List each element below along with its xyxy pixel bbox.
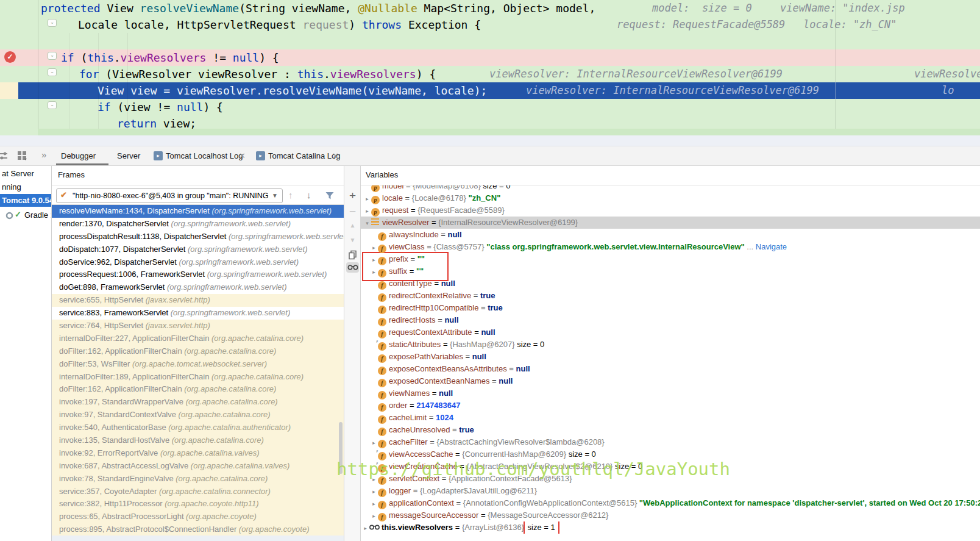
more-chevron-icon[interactable]: » — [41, 149, 46, 160]
variable-row[interactable]: ▸fapplicationContext = {AnnotationConfig… — [361, 497, 980, 509]
chevron-right-icon[interactable]: ▸ — [370, 437, 378, 448]
add-watch-icon[interactable]: + — [344, 189, 361, 202]
fold-marker-icon[interactable]: ⌄ — [48, 101, 57, 109]
chevron-right-icon[interactable]: ▸ — [370, 266, 378, 278]
tab-server[interactable]: Server — [117, 146, 140, 165]
tab-tomcat-localhost-log[interactable]: Tomcat Localhost Log — [166, 146, 243, 165]
frames-scroll-track[interactable] — [52, 536, 344, 541]
variable-row[interactable]: ▸fcacheFilter = {AbstractCachingViewReso… — [361, 436, 980, 448]
frame-row[interactable]: service:764, HttpServlet (javax.servlet.… — [52, 320, 344, 332]
fold-marker-icon[interactable]: ⌄ — [48, 68, 57, 76]
breakpoint-icon[interactable]: ✓ — [4, 51, 16, 63]
chevron-right-icon[interactable]: ▸ — [370, 498, 378, 509]
variable-row[interactable]: ▸plocale = {Locale@6178} "zh_CN" — [361, 192, 980, 204]
tree-item-server[interactable]: at Server — [2, 169, 34, 178]
variable-row[interactable]: ▸flogger = {LogAdapter$JavaUtilLog@6211} — [361, 485, 980, 497]
chevron-right-icon[interactable]: ▸ — [363, 193, 371, 204]
frame-row[interactable]: doService:962, DispatcherServlet (org.sp… — [52, 256, 344, 269]
frame-row[interactable]: process:895, AbstractProtocol$Connection… — [52, 523, 344, 536]
duplicate-icon[interactable] — [348, 250, 357, 260]
fold-marker-icon[interactable]: ⌄ — [48, 19, 57, 27]
filter-settings-icon[interactable] — [0, 151, 9, 161]
move-up-icon[interactable]: ▲ — [344, 222, 361, 229]
frame-row[interactable]: processRequest:1006, FrameworkServlet (o… — [52, 268, 344, 281]
variable-row[interactable]: fcontentType = null — [361, 278, 980, 290]
hide-frames-filter-icon[interactable] — [325, 191, 335, 201]
frame-row[interactable]: resolveViewName:1434, DispatcherServlet … — [52, 205, 344, 218]
variable-row[interactable]: fviewNames = null — [361, 387, 980, 399]
frame-row[interactable]: doFilter:53, WsFilter (org.apache.tomcat… — [52, 358, 344, 371]
code-editor[interactable]: protected View resolveViewName(String vi… — [0, 0, 980, 135]
variable-row[interactable]: fviewCreationCache = {AbstractCachingVie… — [361, 460, 980, 473]
chevron-right-icon[interactable]: ▸ — [361, 522, 369, 534]
tree-item-tomcat-selected[interactable]: Tomcat 9.0.54 — [0, 194, 52, 207]
variable-row[interactable]: fviewAccessCache = {ConcurrentHashMap@62… — [361, 448, 980, 460]
frame-row[interactable]: service:883, FrameworkServlet (org.sprin… — [52, 307, 344, 320]
frames-scrollbar[interactable] — [339, 422, 343, 474]
frame-row[interactable]: processDispatchResult:1138, DispatcherSe… — [52, 231, 344, 243]
frame-row[interactable]: doFilter:162, ApplicationFilterChain (or… — [52, 383, 344, 396]
variable-row[interactable]: fexposePathVariables = null — [361, 351, 980, 363]
variable-row[interactable]: fexposedContextBeanNames = null — [361, 375, 980, 387]
chevron-right-icon[interactable]: ▸ — [370, 510, 378, 521]
chevron-right-icon[interactable]: ▸ — [370, 254, 378, 265]
variable-row[interactable]: ▸fmessageSourceAccessor = {MessageSource… — [361, 509, 980, 521]
variable-row[interactable]: fredirectHosts = null — [361, 314, 980, 326]
variable-row[interactable]: fstaticAttributes = {HashMap@6207} size … — [361, 339, 980, 351]
frame-row[interactable]: process:65, AbstractProcessorLight (org.… — [52, 511, 344, 523]
remove-watch-icon[interactable]: − — [344, 205, 361, 218]
chevron-right-icon[interactable]: ▸ — [363, 205, 371, 217]
frame-row[interactable]: invoke:687, AbstractAccessLogValve (org.… — [52, 460, 344, 473]
frame-row[interactable]: service:655, HttpServlet (javax.servlet.… — [52, 294, 344, 307]
frame-row[interactable]: invoke:135, StandardHostValve (org.apach… — [52, 434, 344, 447]
frame-row[interactable]: invoke:78, StandardEngineValve (org.apac… — [52, 473, 344, 485]
variable-row[interactable]: fcacheLimit = 1024 — [361, 412, 980, 424]
tree-item-gradle[interactable]: Gradle : — [24, 210, 52, 220]
variable-row[interactable]: frequestContextAttribute = null — [361, 326, 980, 339]
variable-row[interactable]: pmodel = {ModelMap@6108} size = 0 — [361, 185, 980, 192]
variable-row[interactable]: ▾viewResolver = {InternalResourceViewRes… — [361, 217, 980, 229]
layout-grid-icon[interactable] — [17, 151, 29, 162]
move-down-icon[interactable]: ▼ — [344, 237, 361, 243]
show-watches-icon[interactable] — [346, 262, 359, 273]
variable-row[interactable]: falwaysInclude = null — [361, 229, 980, 241]
tab-debugger[interactable]: Debugger — [61, 146, 96, 165]
thread-selector-dropdown[interactable]: ✔ "http-nio-8080-exec-6"@5,403 in group … — [56, 188, 283, 203]
frame-row[interactable]: doGet:898, FrameworkServlet (org.springf… — [52, 281, 344, 294]
frame-row[interactable]: service:357, CoyoteAdapter (org.apache.c… — [52, 485, 344, 498]
tree-item-running[interactable]: nning — [2, 182, 21, 192]
chevron-right-icon[interactable]: ▸ — [370, 473, 378, 485]
chevron-right-icon[interactable]: ▸ — [370, 242, 378, 253]
fold-marker-icon[interactable]: ⌄ — [48, 52, 57, 60]
variable-row[interactable]: ▸fservletContext = {ApplicationContextFa… — [361, 473, 980, 485]
frame-row[interactable]: service:382, Http11Processor (org.apache… — [52, 498, 344, 511]
tab-tomcat-catalina-log[interactable]: Tomcat Catalina Log — [268, 146, 341, 165]
frame-row[interactable]: render:1370, DispatcherServlet (org.spri… — [52, 218, 344, 231]
variable-row[interactable]: fredirectHttp10Compatible = true — [361, 302, 980, 314]
frame-row[interactable]: internalDoFilter:227, ApplicationFilterC… — [52, 332, 344, 345]
frame-row[interactable]: doFilter:162, ApplicationFilterChain (or… — [52, 345, 344, 358]
frame-row[interactable]: invoke:197, StandardWrapperValve (org.ap… — [52, 396, 344, 409]
frame-row[interactable]: internalDoFilter:189, ApplicationFilterC… — [52, 371, 344, 384]
chevron-right-icon[interactable]: ▸ — [370, 485, 378, 497]
variable-row[interactable]: fredirectContextRelative = true — [361, 290, 980, 302]
chevron-down-icon[interactable]: ▾ — [363, 217, 371, 229]
variable-row[interactable]: fexposeContextBeansAsAttributes = null — [361, 363, 980, 375]
close-icon[interactable]: ✕ — [332, 146, 339, 165]
frame-row[interactable]: invoke:540, AuthenticatorBase (org.apach… — [52, 421, 344, 434]
close-icon[interactable]: ✕ — [239, 146, 246, 165]
variable-row[interactable]: ▸fsuffix = "" — [361, 265, 980, 278]
frame-row[interactable]: invoke:92, ErrorReportValve (org.apache.… — [52, 447, 344, 460]
frame-row[interactable]: invoke:97, StandardContextValve (org.apa… — [52, 409, 344, 421]
variable-row[interactable]: ▸prequest = {RequestFacade@5589} — [361, 204, 980, 217]
variable-row[interactable]: forder = 2147483647 — [361, 399, 980, 412]
frame-row[interactable]: doDispatch:1077, DispatcherServlet (org.… — [52, 243, 344, 256]
editor-debugger-splitter[interactable] — [0, 135, 980, 146]
variable-row[interactable]: ▸fprefix = "" — [361, 253, 980, 265]
navigate-link[interactable]: Navigate — [753, 242, 787, 251]
thread-up-icon[interactable]: ↑ — [288, 190, 293, 200]
variable-row[interactable]: fcacheUnresolved = true — [361, 424, 980, 436]
thread-down-icon[interactable]: ↓ — [307, 190, 311, 200]
variable-row[interactable]: ▸fviewClass = {Class@5757} "class org.sp… — [361, 241, 980, 253]
variable-row[interactable]: ▸this.viewResolvers = {ArrayList@6136} s… — [361, 521, 980, 534]
